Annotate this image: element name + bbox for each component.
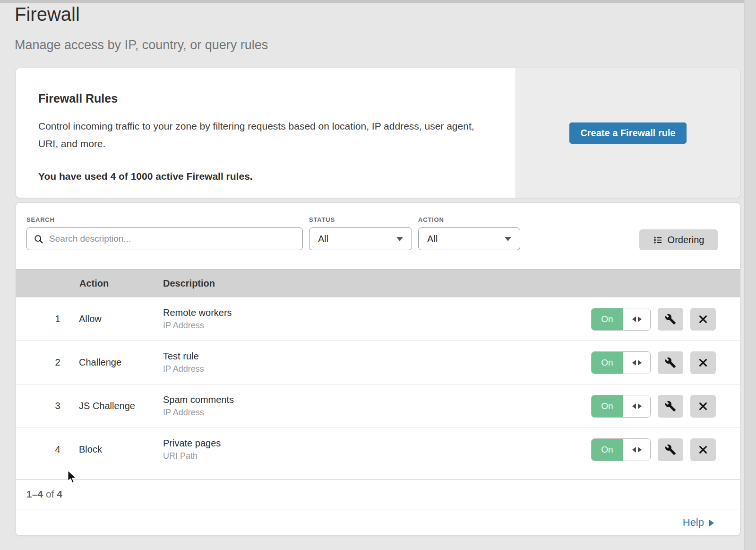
create-firewall-rule-button[interactable]: Create a Firewall rule bbox=[569, 122, 687, 144]
search-box[interactable] bbox=[26, 227, 303, 250]
search-icon bbox=[34, 234, 43, 244]
create-rule-panel: Create a Firewall rule bbox=[515, 68, 740, 198]
card-footer: Help bbox=[16, 509, 740, 535]
window-top-edge bbox=[0, 0, 756, 3]
table-row: 3 JS Challenge Spam comments IP Address … bbox=[16, 384, 740, 428]
pagination-row: 1–4 of 4 bbox=[16, 479, 740, 509]
edit-rule-button[interactable] bbox=[658, 395, 683, 418]
toggle-arrows-icon[interactable] bbox=[623, 395, 650, 417]
edit-rule-button[interactable] bbox=[658, 351, 683, 374]
rule-description: Private pages bbox=[163, 438, 221, 449]
rules-usage-text: You have used 4 of 1000 active Firewall … bbox=[38, 171, 515, 182]
close-icon bbox=[698, 314, 708, 324]
toggle-arrows-icon[interactable] bbox=[623, 308, 650, 330]
toggle-on-label[interactable]: On bbox=[592, 308, 623, 330]
rule-status-toggle[interactable]: On bbox=[591, 438, 651, 461]
pagination-range: 1–4 bbox=[26, 489, 43, 499]
ordering-button[interactable]: Ordering bbox=[639, 229, 718, 250]
pagination-of: of bbox=[46, 489, 54, 499]
column-header-description: Description bbox=[163, 278, 215, 289]
action-label: ACTION bbox=[418, 216, 444, 223]
rule-status-toggle[interactable]: On bbox=[591, 308, 651, 331]
table-row: 4 Block Private pages URI Path On bbox=[16, 428, 740, 471]
delete-rule-button[interactable] bbox=[690, 395, 716, 418]
edit-rule-button[interactable] bbox=[658, 308, 683, 331]
rule-field: IP Address bbox=[163, 408, 234, 418]
page-subtitle: Manage access by IP, country, or query r… bbox=[15, 38, 268, 52]
wrench-icon bbox=[665, 314, 676, 325]
table-header: Action Description bbox=[16, 269, 740, 297]
action-selected-value: All bbox=[427, 234, 438, 244]
rule-description: Remote workers bbox=[163, 307, 232, 318]
rule-priority: 2 bbox=[44, 341, 71, 384]
info-card-text: Firewall Rules Control incoming traffic … bbox=[16, 68, 515, 198]
page-title: Firewall bbox=[15, 4, 80, 25]
rule-field: URI Path bbox=[163, 451, 221, 461]
rule-action: JS Challenge bbox=[79, 384, 135, 428]
pagination-total: 4 bbox=[57, 489, 62, 499]
status-select[interactable]: All bbox=[309, 227, 412, 250]
status-selected-value: All bbox=[318, 234, 328, 244]
wrench-icon bbox=[665, 401, 676, 412]
rule-priority: 1 bbox=[44, 297, 71, 340]
status-label: STATUS bbox=[309, 216, 335, 223]
table-row: 1 Allow Remote workers IP Address On bbox=[16, 297, 740, 340]
rule-priority: 3 bbox=[44, 384, 71, 428]
table-row: 2 Challenge Test rule IP Address On bbox=[16, 340, 740, 384]
edit-rule-button[interactable] bbox=[658, 438, 683, 461]
column-header-action: Action bbox=[79, 278, 109, 289]
rule-status-toggle[interactable]: On bbox=[591, 351, 651, 374]
chevron-down-icon bbox=[396, 237, 403, 241]
info-card-title: Firewall Rules bbox=[38, 92, 515, 105]
rule-field: IP Address bbox=[163, 321, 232, 331]
help-link-label: Help bbox=[683, 516, 704, 529]
rule-field: IP Address bbox=[163, 364, 204, 374]
close-icon bbox=[698, 358, 708, 368]
rule-action: Block bbox=[79, 428, 102, 471]
scrollbar-gutter[interactable] bbox=[744, 0, 756, 550]
toggle-arrows-icon[interactable] bbox=[623, 352, 650, 374]
wrench-icon bbox=[665, 357, 676, 368]
toggle-on-label[interactable]: On bbox=[592, 439, 623, 461]
delete-rule-button[interactable] bbox=[690, 351, 716, 374]
search-input[interactable] bbox=[48, 233, 296, 244]
wrench-icon bbox=[665, 444, 676, 455]
action-select[interactable]: All bbox=[418, 227, 520, 250]
search-label: SEARCH bbox=[26, 216, 55, 223]
rule-action: Allow bbox=[79, 297, 102, 340]
toggle-on-label[interactable]: On bbox=[592, 352, 623, 374]
help-link[interactable]: Help bbox=[683, 516, 714, 529]
ordering-button-label: Ordering bbox=[668, 235, 704, 245]
toggle-arrows-icon[interactable] bbox=[623, 439, 650, 461]
close-icon bbox=[698, 401, 708, 411]
delete-rule-button[interactable] bbox=[690, 308, 716, 331]
close-icon bbox=[698, 445, 708, 455]
firewall-rules-table-card: SEARCH STATUS All ACTION All Ordering Ac… bbox=[16, 202, 740, 536]
rule-description: Test rule bbox=[163, 351, 204, 362]
delete-rule-button[interactable] bbox=[690, 438, 716, 461]
info-card-description: Control incoming traffic to your zone by… bbox=[38, 118, 485, 153]
rule-status-toggle[interactable]: On bbox=[591, 395, 651, 418]
ordered-list-icon bbox=[653, 235, 663, 245]
rule-description: Spam comments bbox=[163, 394, 234, 405]
caret-right-icon bbox=[709, 519, 714, 527]
pagination-text: 1–4 of 4 bbox=[26, 489, 62, 500]
chevron-down-icon bbox=[505, 237, 511, 241]
rule-action: Challenge bbox=[79, 341, 121, 384]
rule-priority: 4 bbox=[44, 428, 71, 471]
firewall-rules-info-card: Firewall Rules Control incoming traffic … bbox=[16, 68, 740, 198]
toggle-on-label[interactable]: On bbox=[592, 395, 623, 417]
